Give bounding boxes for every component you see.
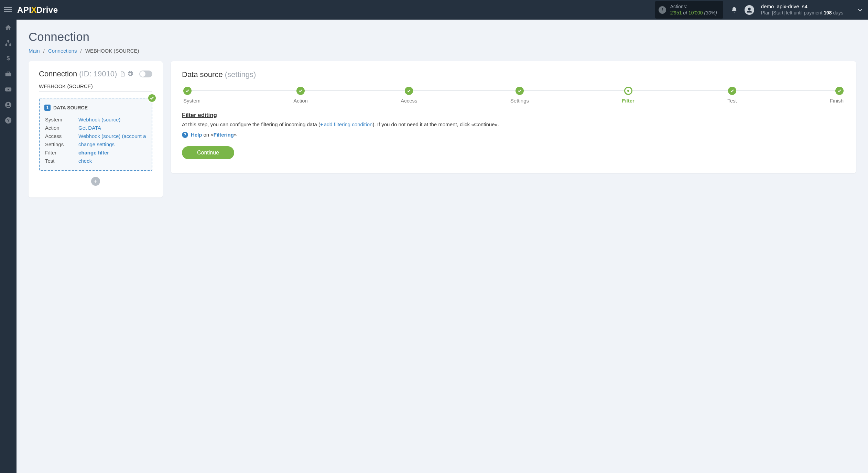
source-row: Testcheck (45, 157, 146, 164)
step-test[interactable]: Test (727, 87, 737, 104)
info-icon: i (659, 6, 666, 14)
crumb-connections[interactable]: Connections (48, 48, 77, 54)
source-row: AccessWebhook (source) (account a (45, 132, 146, 140)
source-number-badge: 1 (44, 105, 51, 111)
step-label: Access (401, 98, 417, 104)
row-label: Filter (45, 149, 78, 156)
caret-down-icon[interactable] (843, 7, 863, 13)
row-label: Action (45, 124, 78, 131)
step-access[interactable]: Access (401, 87, 417, 104)
row-link[interactable]: Webhook (source) (78, 117, 120, 122)
doc-icon[interactable] (120, 71, 125, 77)
connection-card: Connection (ID: 19010) WEBHOOK (SOURCE) … (29, 61, 163, 197)
sidebar-home[interactable] (0, 20, 17, 35)
sidebar-youtube[interactable] (0, 82, 17, 97)
sidebar-account[interactable] (0, 97, 17, 112)
crumb-current: WEBHOOK (SOURCE) (85, 48, 139, 54)
conn-subtitle: WEBHOOK (SOURCE) (39, 83, 152, 92)
source-row: ActionGet DATA (45, 124, 146, 131)
actions-label: Actions: (670, 4, 717, 10)
row-label: Settings (45, 140, 78, 148)
gear-icon[interactable] (127, 71, 133, 77)
hamburger-menu[interactable] (4, 6, 12, 14)
row-label: System (45, 116, 78, 123)
conn-id: (ID: 19010) (79, 69, 117, 78)
conn-title: Connection (39, 69, 77, 78)
step-label: Finish (830, 98, 844, 104)
step-filter[interactable]: Filter (622, 87, 634, 104)
source-row: SystemWebhook (source) (45, 116, 146, 123)
row-link[interactable]: Get DATA (78, 125, 101, 131)
logo[interactable]: APIXDrive (17, 5, 58, 15)
svg-rect-6 (9, 44, 11, 46)
sidebar-briefcase[interactable] (0, 66, 17, 82)
username: demo_apix-drive_s4 (761, 3, 843, 10)
source-row: Settingschange settings (45, 140, 146, 148)
svg-rect-4 (8, 40, 9, 42)
row-label: Test (45, 157, 78, 164)
help-icon: ? (182, 132, 188, 138)
row-link[interactable]: change settings (78, 141, 115, 147)
step-action[interactable]: Action (293, 87, 308, 104)
plus-icon: + (320, 121, 323, 127)
user-avatar-icon[interactable] (745, 5, 754, 15)
source-row: Filterchange filter (45, 149, 146, 156)
ds-title: Data source (182, 70, 223, 79)
svg-rect-5 (6, 44, 7, 46)
step-label: Action (293, 98, 308, 104)
page-title: Connection (29, 30, 856, 44)
svg-point-3 (748, 8, 751, 10)
svg-text:$: $ (7, 55, 10, 62)
sidebar-help[interactable]: ? (0, 112, 17, 128)
filter-editing-text: At this step, you can configure the filt… (182, 121, 845, 128)
check-badge-icon (148, 94, 156, 103)
connection-toggle[interactable] (139, 71, 152, 77)
svg-rect-1 (4, 9, 12, 10)
continue-button[interactable]: Continue (182, 146, 234, 159)
source-title: DATA SOURCE (53, 105, 88, 110)
step-settings[interactable]: Settings (510, 87, 529, 104)
filter-editing-title: Filter editing (182, 112, 845, 119)
add-destination-button[interactable]: + (91, 177, 100, 186)
step-label: Filter (622, 98, 634, 104)
data-source-panel: Data source (settings) SystemActionAcces… (171, 61, 856, 173)
sidebar-connections[interactable] (0, 35, 17, 51)
svg-rect-8 (6, 73, 11, 76)
ds-title-suffix: (settings) (225, 70, 256, 79)
step-label: Test (727, 98, 737, 104)
step-progress: SystemActionAccessSettingsFilterTestFini… (182, 87, 845, 104)
svg-rect-2 (4, 11, 12, 12)
actions-counter[interactable]: i Actions: 2'951 of 10'000 (30%) (655, 1, 723, 19)
add-filter-link[interactable]: add filtering condition (324, 121, 373, 127)
step-system[interactable]: System (183, 87, 200, 104)
row-link[interactable]: change filter (78, 150, 109, 155)
sidebar-billing[interactable]: $ (0, 51, 17, 66)
svg-rect-0 (4, 7, 12, 8)
help-link[interactable]: ? Help on «Filtering» (182, 132, 845, 138)
crumb-main[interactable]: Main (29, 48, 40, 54)
step-label: System (183, 98, 200, 104)
row-link[interactable]: check (78, 158, 92, 164)
svg-point-11 (7, 103, 9, 105)
row-label: Access (45, 132, 78, 140)
svg-text:?: ? (7, 118, 10, 123)
step-label: Settings (510, 98, 529, 104)
step-finish[interactable]: Finish (830, 87, 844, 104)
bell-icon[interactable] (731, 6, 738, 14)
user-menu[interactable]: demo_apix-drive_s4 Plan |Start| left unt… (761, 3, 843, 16)
breadcrumb: Main / Connections / WEBHOOK (SOURCE) (29, 48, 856, 54)
row-link[interactable]: Webhook (source) (account a (78, 133, 146, 139)
data-source-box: 1 DATA SOURCE SystemWebhook (source)Acti… (39, 98, 152, 171)
